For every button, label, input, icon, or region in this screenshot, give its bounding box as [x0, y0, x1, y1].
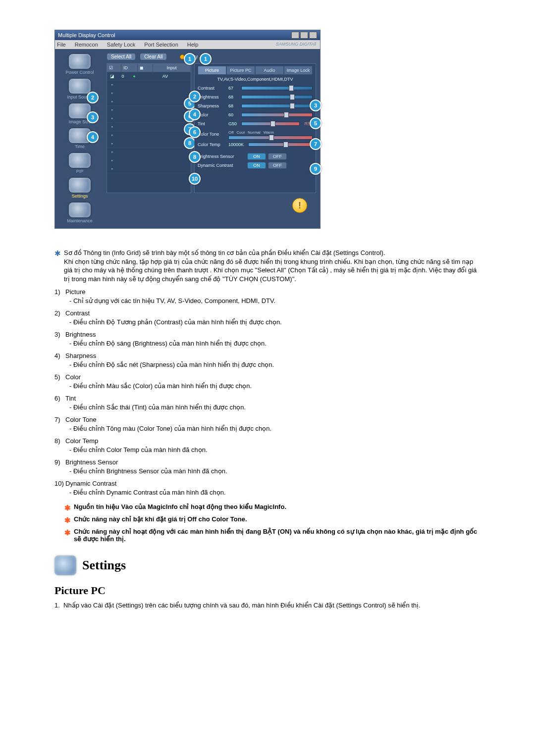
intro-note: ✱ Sơ đồ Thông tin (Info Grid) sẽ trình b…	[54, 249, 481, 283]
red-note-3: ✱Chức năng này chỉ hoạt động với các màn…	[64, 528, 481, 543]
settings-panel: 1 Picture Picture PC Audio Image Lock TV…	[194, 63, 316, 193]
row-brightness-sensor: Brightness Sensor ON OFF	[198, 152, 313, 161]
step-1: 1. Nhấp vào Cài đặt (Settings) trên các …	[54, 601, 481, 610]
grid-header-input: Input	[153, 64, 191, 72]
grid-header-status: ◼	[138, 64, 153, 72]
table-row[interactable]: ▫	[107, 123, 191, 131]
table-row[interactable]: ▫	[107, 81, 191, 89]
clear-all-button[interactable]: Clear All	[140, 53, 167, 60]
star-icon: ✱	[54, 249, 61, 283]
description-list: 1)Picture- Chỉ sử dụng với các tín hiệu …	[54, 288, 481, 496]
row-tint[interactable]: TintG50R50	[198, 119, 313, 128]
maintenance-icon	[69, 202, 91, 217]
menu-safety-lock[interactable]: Safety Lock	[107, 42, 135, 48]
red-note-1: ✱Nguồn tín hiệu Vào của MagicInfo chỉ ho…	[64, 503, 481, 512]
callout-panel-3: 3	[310, 100, 321, 111]
pip-icon	[69, 153, 91, 168]
row-contrast[interactable]: Contrast67	[198, 84, 313, 93]
callout-panel-9: 9	[310, 163, 321, 175]
subsection-title: Picture PC	[54, 584, 481, 597]
callout-panel-2: 2	[189, 91, 201, 102]
settings-icon	[69, 178, 91, 193]
menu-bar: File Remocon Safety Lock Port Selection …	[55, 40, 320, 49]
menu-remocon[interactable]: Remocon	[75, 42, 98, 48]
window-buttons[interactable]	[291, 32, 317, 39]
table-row[interactable]: ◪ 0 ● AV	[107, 72, 191, 81]
info-grid[interactable]: ☑ ID ◼ Input ◪ 0 ● AV ▫ ▫ ▫ ▫	[107, 63, 191, 193]
bsensor-on-button[interactable]: ON	[247, 153, 266, 160]
callout-panel-1: 1	[200, 53, 212, 65]
sidebar-item-settings[interactable]: Settings	[57, 178, 103, 199]
title-bar: Multiple Display Control	[55, 30, 320, 40]
callout-sidebar-2: 2	[87, 92, 99, 103]
grid-header-id: ID	[121, 64, 138, 72]
row-color-temp[interactable]: Color Temp10000K	[198, 140, 313, 149]
star-icon: ✱	[64, 516, 71, 525]
panel-subtitle: TV,AV,S-Video,Component,HDMI,DTV	[198, 77, 313, 82]
brand-text: SAMSUNG DIGITAll	[276, 42, 316, 47]
sidebar-item-power-control[interactable]: Power Control	[57, 54, 103, 75]
color-slider[interactable]	[241, 113, 313, 117]
table-row[interactable]: ▫	[107, 89, 191, 98]
app-title: Multiple Display Control	[58, 32, 115, 38]
table-row[interactable]: ▫	[107, 140, 191, 148]
star-icon: ✱	[64, 504, 71, 512]
bsensor-off-button[interactable]: OFF	[268, 153, 287, 160]
sharpness-slider[interactable]	[241, 104, 313, 108]
app-footer: !	[107, 193, 316, 218]
warning-icon: !	[292, 198, 307, 213]
tab-image-lock[interactable]: Image Lock	[284, 66, 313, 75]
select-all-button[interactable]: Select All	[107, 53, 136, 60]
sidebar: Power Control Input Source Image Size Ti…	[55, 49, 105, 228]
menu-help[interactable]: Help	[187, 42, 199, 48]
callout-panel-8: 8	[189, 151, 201, 163]
callout-panel-7: 7	[310, 138, 321, 150]
app-window: Multiple Display Control File Remocon Sa…	[54, 30, 321, 229]
tint-slider[interactable]	[241, 122, 300, 126]
row-sharpness[interactable]: Sharpness68	[198, 101, 313, 110]
sidebar-item-pip[interactable]: PIP	[57, 153, 103, 174]
row-dynamic-contrast: Dynamic Contrast ON OFF	[198, 161, 313, 170]
color-temp-slider[interactable]	[248, 143, 313, 147]
settings-section-icon	[54, 555, 76, 575]
main-area: Select All Clear All Busy ☑ ID ◼ Input ◪	[105, 49, 320, 228]
grid-header: ☑ ID ◼ Input	[107, 64, 191, 72]
callout-panel-6: 6	[189, 126, 201, 138]
sidebar-item-maintenance[interactable]: Maintenance	[57, 202, 103, 223]
table-row[interactable]: ▫	[107, 148, 191, 156]
dcontrast-off-button[interactable]: OFF	[268, 162, 287, 169]
brightness-slider[interactable]	[241, 95, 313, 99]
callout-sidebar-4: 4	[87, 131, 99, 143]
table-row[interactable]: ▫	[107, 98, 191, 106]
table-row[interactable]: ▫	[107, 106, 191, 114]
table-row[interactable]: ▫	[107, 165, 191, 173]
star-icon: ✱	[64, 528, 71, 543]
row-color-tone[interactable]: Color Tone Off Cool Normal Warm	[198, 128, 313, 140]
section-title: Settings	[82, 558, 126, 573]
input-icon	[69, 79, 91, 94]
panel-tabs: Picture Picture PC Audio Image Lock	[198, 66, 313, 75]
tab-picture-pc[interactable]: Picture PC	[226, 66, 255, 75]
row-brightness[interactable]: Brightness68	[198, 93, 313, 101]
callout-sidebar-3: 3	[87, 111, 99, 123]
callout-panel-4: 4	[189, 108, 201, 120]
callout-panel-10: 10	[189, 173, 201, 185]
tab-picture[interactable]: Picture	[198, 66, 226, 75]
grid-header-check: ☑	[107, 64, 121, 72]
color-tone-slider[interactable]	[228, 136, 313, 140]
red-note-2: ✱Chức năng này chỉ bật khi đặt giá trị O…	[64, 515, 481, 525]
menu-port-selection[interactable]: Port Selection	[144, 42, 178, 48]
table-row[interactable]: ▫	[107, 131, 191, 140]
contrast-slider[interactable]	[241, 86, 313, 90]
menu-file[interactable]: File	[57, 42, 66, 48]
callout-panel-5: 5	[310, 117, 321, 129]
tab-audio[interactable]: Audio	[255, 66, 284, 75]
row-color[interactable]: Color60	[198, 110, 313, 119]
table-row[interactable]: ▫	[107, 114, 191, 123]
power-icon	[69, 54, 91, 69]
table-row[interactable]: ▫	[107, 156, 191, 165]
section-heading: Settings	[54, 555, 481, 575]
dcontrast-on-button[interactable]: ON	[247, 162, 266, 169]
